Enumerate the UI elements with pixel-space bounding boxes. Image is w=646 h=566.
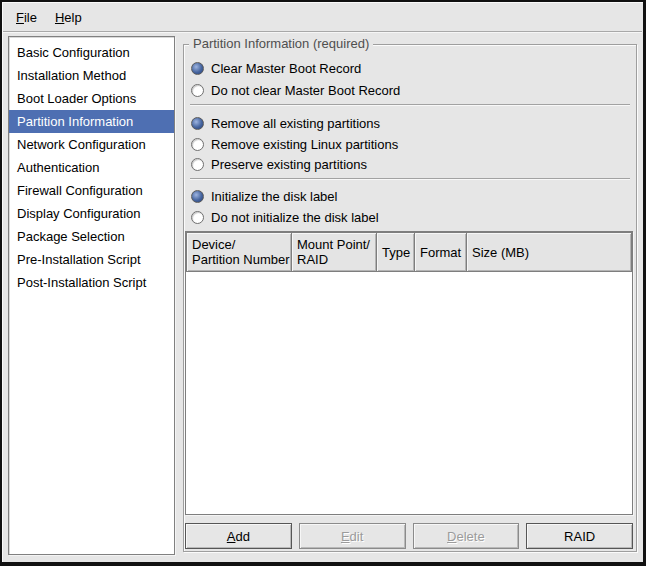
menu-file[interactable]: File	[7, 6, 46, 29]
column-header-format[interactable]: Format	[415, 232, 467, 272]
table-body-empty[interactable]	[186, 272, 632, 514]
radio-label: Do not initialize the disk label	[211, 210, 379, 225]
separator	[190, 104, 630, 106]
sidebar-item-display-configuration[interactable]: Display Configuration	[9, 202, 174, 225]
partition-information-frame: Partition Information (required) Clear M…	[183, 44, 637, 552]
column-header-mount-point-raid[interactable]: Mount Point/ RAID	[292, 232, 377, 272]
header-line: Type	[382, 245, 409, 260]
raid-button[interactable]: RAID	[526, 523, 633, 549]
radio-selected-icon	[191, 62, 204, 75]
radio-selected-icon	[191, 190, 204, 203]
kickstart-configurator-window: File Help Basic Configuration Installati…	[0, 0, 646, 566]
separator	[190, 178, 630, 180]
button-label: Delete	[447, 529, 485, 544]
category-list: Basic Configuration Installation Method …	[8, 36, 175, 555]
radio-clear-mbr[interactable]: Clear Master Boot Record	[191, 58, 361, 78]
delete-button[interactable]: Delete	[413, 523, 520, 549]
radio-unselected-icon	[191, 211, 204, 224]
sidebar-item-package-selection[interactable]: Package Selection	[9, 225, 174, 248]
frame-title: Partition Information (required)	[189, 36, 373, 51]
radio-selected-icon	[191, 117, 204, 130]
radio-preserve-partitions[interactable]: Preserve existing partitions	[191, 154, 367, 174]
header-line: RAID	[297, 252, 371, 267]
sidebar-item-boot-loader-options[interactable]: Boot Loader Options	[9, 87, 174, 110]
sidebar-item-partition-information[interactable]: Partition Information	[9, 110, 174, 133]
radio-label: Remove existing Linux partitions	[211, 137, 398, 152]
button-label: Edit	[341, 529, 363, 544]
header-line: Format	[420, 245, 461, 260]
sidebar-item-basic-configuration[interactable]: Basic Configuration	[9, 41, 174, 64]
radio-unselected-icon	[191, 138, 204, 151]
sidebar-item-pre-installation-script[interactable]: Pre-Installation Script	[9, 248, 174, 271]
header-line: Size (MB)	[472, 245, 626, 260]
sidebar-item-network-configuration[interactable]: Network Configuration	[9, 133, 174, 156]
column-header-type[interactable]: Type	[377, 232, 415, 272]
radio-unselected-icon	[191, 158, 204, 171]
menu-bar: File Help	[3, 3, 642, 32]
menu-help[interactable]: Help	[46, 6, 91, 29]
add-button[interactable]: Add	[185, 523, 292, 549]
radio-label: Clear Master Boot Record	[211, 61, 361, 76]
button-label: RAID	[564, 529, 595, 544]
sidebar-item-post-installation-script[interactable]: Post-Installation Script	[9, 271, 174, 294]
header-line: Mount Point/	[297, 237, 371, 252]
sidebar-item-authentication[interactable]: Authentication	[9, 156, 174, 179]
column-header-device-partition-number[interactable]: Device/ Partition Number	[186, 232, 292, 272]
header-line: Partition Number	[192, 252, 286, 267]
radio-label: Do not clear Master Boot Record	[211, 83, 400, 98]
sidebar-item-firewall-configuration[interactable]: Firewall Configuration	[9, 179, 174, 202]
radio-unselected-icon	[191, 84, 204, 97]
radio-do-not-clear-mbr[interactable]: Do not clear Master Boot Record	[191, 80, 400, 100]
column-header-size-mb[interactable]: Size (MB)	[467, 232, 632, 272]
table-actions: Add Edit Delete RAID	[185, 523, 633, 549]
radio-label: Remove all existing partitions	[211, 116, 380, 131]
table-header-row: Device/ Partition Number Mount Point/ RA…	[186, 232, 632, 272]
radio-remove-all-partitions[interactable]: Remove all existing partitions	[191, 113, 380, 133]
radio-remove-linux-partitions[interactable]: Remove existing Linux partitions	[191, 134, 398, 154]
radio-label: Preserve existing partitions	[211, 157, 367, 172]
radio-initialize-disk-label[interactable]: Initialize the disk label	[191, 186, 337, 206]
radio-do-not-initialize-disk-label[interactable]: Do not initialize the disk label	[191, 207, 379, 227]
edit-button[interactable]: Edit	[299, 523, 406, 549]
button-label: Add	[227, 529, 250, 544]
radio-label: Initialize the disk label	[211, 189, 337, 204]
header-line: Device/	[192, 237, 286, 252]
partitions-table: Device/ Partition Number Mount Point/ RA…	[185, 231, 633, 515]
sidebar-item-installation-method[interactable]: Installation Method	[9, 64, 174, 87]
